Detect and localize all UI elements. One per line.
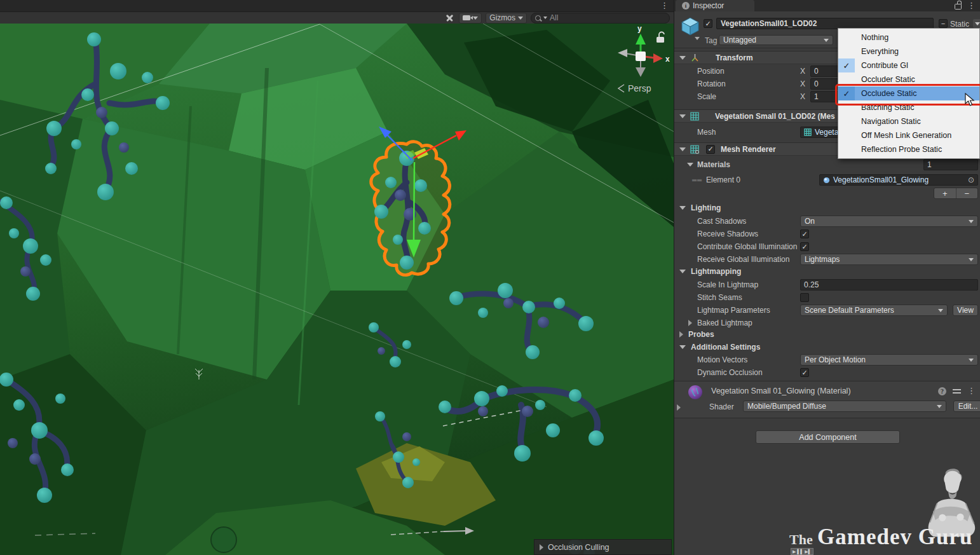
- menu-checkbox: [838, 100, 855, 114]
- shader-label: Shader: [709, 402, 734, 411]
- lock-icon[interactable]: [955, 4, 962, 10]
- foldout-expanded-icon: [679, 345, 686, 349]
- dynamic-occlusion-row: Dynamic Occlusion ✓: [674, 366, 980, 379]
- probes-title: Probes: [688, 330, 714, 339]
- info-icon: i: [682, 2, 690, 10]
- receive-gi-row: Receive Global Illumination Lightmaps: [674, 253, 980, 266]
- icon-picker-chevron[interactable]: [695, 37, 700, 40]
- active-checkbox[interactable]: ✓: [704, 19, 712, 28]
- lightmap-parameters-dropdown[interactable]: Scene Default Parameters: [800, 305, 948, 316]
- materials-label: Materials: [693, 160, 923, 169]
- axis-center-cube[interactable]: [636, 51, 646, 61]
- persp-label[interactable]: Persp: [628, 83, 651, 93]
- static-menu-item-occludee-static[interactable]: ✓ Occludee Static: [838, 86, 979, 100]
- stitch-seams-checkbox[interactable]: [800, 293, 809, 302]
- material-object-field[interactable]: VegetationSmall01_Glowing ⊙: [819, 174, 978, 186]
- unity-editor-window: ⋮ Gizmos All: [0, 0, 980, 555]
- cast-shadows-row: Cast Shadows On: [674, 215, 980, 228]
- menu-checkbox-checked: ✓: [838, 58, 855, 72]
- add-component-button[interactable]: Add Component: [756, 430, 900, 444]
- receive-gi-dropdown[interactable]: Lightmaps: [800, 254, 978, 265]
- static-flags-dropdown[interactable]: [973, 19, 980, 28]
- material-header-icons: ? ⋮: [938, 386, 976, 396]
- drag-handle-icon[interactable]: ══: [692, 177, 706, 184]
- gameobject-cube-icon[interactable]: [681, 17, 700, 38]
- mesh-renderer-title: Mesh Renderer: [721, 145, 776, 154]
- baked-lightmap-row[interactable]: Baked Lightmap: [674, 317, 980, 329]
- chevron-down-icon: [473, 17, 478, 20]
- cast-shadows-dropdown[interactable]: On: [800, 216, 978, 227]
- foldout-expanded-icon: [687, 163, 693, 167]
- contribute-gi-row: Contribute Global Illumination ✓: [674, 240, 980, 253]
- foldout-collapsed-icon[interactable]: [677, 404, 681, 411]
- presets-icon[interactable]: [953, 388, 961, 395]
- scene-tools-button[interactable]: [444, 13, 455, 22]
- axis-x-label: x: [665, 55, 670, 64]
- lightmapping-section-header[interactable]: Lightmapping: [674, 266, 980, 277]
- static-menu-item-everything[interactable]: Everything: [838, 45, 979, 58]
- receive-shadows-checkbox[interactable]: ✓: [800, 230, 809, 238]
- motion-vectors-row: Motion Vectors Per Object Motion: [674, 353, 980, 366]
- scene-kebab-menu-icon[interactable]: ⋮: [660, 1, 669, 11]
- stitch-seams-label: Stitch Seams: [697, 293, 800, 302]
- contribute-gi-label: Contribute Global Illumination: [697, 242, 800, 251]
- scene-search-field[interactable]: All: [531, 13, 670, 24]
- foldout-expanded-icon[interactable]: [679, 56, 686, 60]
- scene-viewport[interactable]: y x Persp: [0, 24, 674, 555]
- view-button[interactable]: View: [953, 305, 978, 316]
- camera-icon: [463, 15, 470, 20]
- camera-settings-button[interactable]: [459, 13, 482, 24]
- probes-section-header[interactable]: Probes: [674, 329, 980, 340]
- dynamic-occlusion-checkbox[interactable]: ✓: [800, 368, 809, 377]
- foldout-expanded-icon[interactable]: [679, 147, 686, 151]
- foldout-expanded-icon[interactable]: [679, 114, 686, 118]
- static-menu-item-navigation-static[interactable]: Navigation Static: [838, 114, 979, 128]
- materials-count-field[interactable]: 1: [923, 159, 978, 170]
- shader-edit-button[interactable]: Edit...: [953, 401, 980, 412]
- cave-rocks: [0, 24, 674, 555]
- additional-settings-title: Additional Settings: [691, 343, 760, 352]
- mesh-filter-title: Vegetation Small 01_LOD02 (Mes: [715, 112, 835, 121]
- tag-dropdown[interactable]: Untagged: [719, 35, 833, 45]
- materials-row[interactable]: Materials 1: [674, 158, 980, 171]
- menu-checkbox: [838, 114, 855, 128]
- additional-settings-header[interactable]: Additional Settings: [674, 341, 980, 353]
- chevron-down-icon: [824, 39, 829, 42]
- scale-in-lightmap-field[interactable]: 0.25: [800, 279, 978, 291]
- rotation-label: Rotation: [697, 79, 800, 88]
- help-icon[interactable]: ?: [938, 387, 946, 395]
- scene-toolbar: Gizmos All: [0, 12, 674, 24]
- menu-checkbox: [838, 72, 855, 86]
- chevron-down-icon: [518, 17, 523, 20]
- object-picker-icon[interactable]: ⊙: [968, 175, 974, 184]
- shader-dropdown[interactable]: Mobile/Bumped Diffuse: [743, 401, 946, 412]
- gizmos-label: Gizmos: [489, 13, 515, 22]
- motion-vectors-dropdown[interactable]: Per Object Motion: [800, 354, 978, 366]
- material-element-row: ══ Element 0 VegetationSmall01_Glowing ⊙: [674, 174, 980, 186]
- static-menu-item-batching-static[interactable]: Batching Static: [838, 100, 979, 114]
- menu-checkbox: [838, 142, 855, 156]
- static-menu-item-off-mesh-link[interactable]: Off Mesh Link Generation: [838, 128, 979, 142]
- gizmo-y-axis[interactable]: [414, 162, 414, 240]
- mesh-renderer-enabled-checkbox[interactable]: ✓: [706, 145, 715, 154]
- scale-in-lightmap-row: Scale In Lightmap 0.25: [674, 278, 980, 291]
- static-mixed-toggle[interactable]: −: [939, 19, 948, 28]
- tab-inspector[interactable]: i Inspector: [676, 0, 754, 11]
- inspector-kebab-menu-icon[interactable]: ⋮: [967, 1, 976, 11]
- static-menu-item-nothing[interactable]: Nothing: [838, 31, 979, 45]
- element0-label: Element 0: [706, 175, 819, 184]
- occlusion-culling-panel[interactable]: Occlusion Culling: [534, 539, 672, 555]
- chevron-down-icon: [938, 309, 943, 312]
- contribute-gi-checkbox[interactable]: ✓: [800, 242, 809, 251]
- chevron-down-icon: [969, 258, 974, 261]
- lighting-section-header[interactable]: Lighting: [674, 202, 980, 214]
- static-menu-item-occluder-static[interactable]: Occluder Static: [838, 72, 979, 86]
- add-material-button[interactable]: +: [934, 188, 956, 198]
- remove-material-button[interactable]: −: [956, 188, 978, 198]
- gizmos-dropdown[interactable]: Gizmos: [486, 13, 527, 24]
- mouse-cursor: [965, 93, 975, 107]
- static-menu-item-contribute-gi[interactable]: ✓ Contribute GI: [838, 58, 979, 72]
- position-label: Position: [697, 67, 800, 76]
- static-menu-item-reflection-probe[interactable]: Reflection Probe Static: [838, 142, 979, 156]
- material-kebab-menu-icon[interactable]: ⋮: [967, 386, 976, 396]
